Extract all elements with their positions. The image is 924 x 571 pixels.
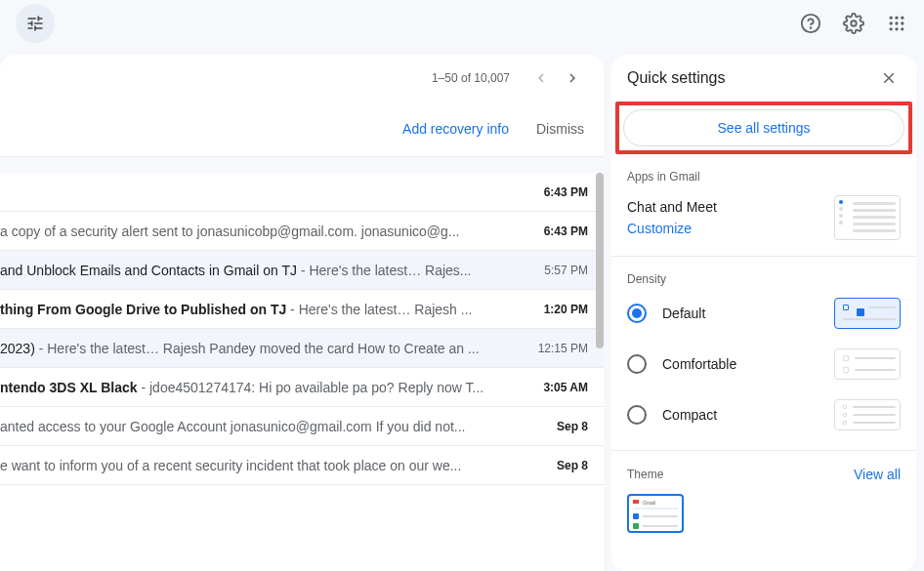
email-row[interactable]: 6:43 PM: [0, 173, 604, 212]
apps-section-title: Apps in Gmail: [627, 170, 901, 184]
email-row[interactable]: and Unblock Emails and Contacts in Gmail…: [0, 251, 604, 290]
close-button[interactable]: [877, 66, 901, 90]
next-page-button[interactable]: [557, 62, 588, 94]
email-snippet: anted access to your Google Account jona…: [0, 419, 465, 434]
quick-settings-title: Quick settings: [627, 69, 725, 87]
list-toolbar: 1–50 of 10,007: [0, 55, 604, 102]
theme-section: Theme View all Gmail: [611, 451, 916, 549]
scrollbar[interactable]: [596, 173, 604, 571]
density-section-title: Density: [627, 272, 901, 286]
email-date: Sep 8: [557, 420, 588, 433]
settings-button[interactable]: [834, 4, 873, 43]
svg-point-2: [851, 20, 857, 26]
recovery-banner: Add recovery info Dismiss: [0, 102, 604, 157]
highlighted-area: See all settings: [615, 102, 912, 154]
apps-thumbnail: [834, 195, 901, 240]
email-date: 6:43 PM: [544, 224, 588, 238]
theme-option[interactable]: Gmail: [627, 494, 684, 533]
apps-icon: [887, 14, 906, 33]
pagination-text: 1–50 of 10,007: [432, 71, 510, 85]
svg-point-8: [901, 21, 903, 24]
svg-point-1: [811, 27, 812, 28]
email-subject: 2023): [0, 341, 35, 356]
email-date: 3:05 AM: [543, 381, 588, 394]
email-date: Sep 8: [557, 459, 588, 472]
svg-point-7: [895, 21, 898, 24]
radio-default[interactable]: [627, 304, 647, 323]
help-button[interactable]: [791, 4, 830, 43]
email-content: a copy of a security alert sent to jonas…: [0, 224, 528, 239]
email-snippet: a copy of a security alert sent to jonas…: [0, 224, 459, 239]
theme-section-title: Theme: [627, 468, 663, 481]
tune-icon: [25, 14, 45, 33]
email-row[interactable]: 2023) - Here's the latest… Rajesh Pandey…: [0, 329, 604, 368]
help-icon: [800, 13, 821, 34]
radio-compact[interactable]: [627, 405, 647, 425]
email-row[interactable]: thing From Google Drive to Published on …: [0, 290, 604, 329]
chevron-right-icon: [564, 69, 581, 87]
density-default-label: Default: [662, 306, 705, 321]
email-subject: ntendo 3DS XL Black: [0, 380, 138, 395]
svg-point-6: [890, 21, 893, 24]
density-default[interactable]: Default: [627, 298, 901, 329]
customize-link[interactable]: Customize: [627, 221, 717, 236]
tune-search-button[interactable]: [16, 4, 55, 43]
chat-meet-label: Chat and Meet: [627, 199, 717, 215]
email-content: e want to inform you of a recent securit…: [0, 458, 541, 473]
email-snippet: - Here's the latest… Rajesh ...: [286, 302, 472, 317]
svg-point-4: [895, 17, 898, 20]
close-icon: [880, 69, 898, 87]
svg-point-9: [890, 27, 893, 30]
gear-icon: [843, 13, 864, 34]
svg-point-5: [901, 17, 903, 20]
apps-button[interactable]: [877, 4, 916, 43]
email-content: 2023) - Here's the latest… Rajesh Pandey…: [0, 341, 523, 356]
scrollbar-thumb[interactable]: [596, 173, 604, 348]
svg-point-3: [890, 17, 893, 20]
email-date: 1:20 PM: [544, 303, 588, 316]
email-date: 12:15 PM: [538, 342, 588, 355]
email-row[interactable]: e want to inform you of a recent securit…: [0, 446, 604, 485]
quick-settings-panel: Quick settings See all settings Apps in …: [611, 55, 916, 571]
email-snippet: - Here's the latest… Rajesh Pandey moved…: [35, 341, 480, 356]
email-row[interactable]: ntendo 3DS XL Black - jdoe4501274174: Hi…: [0, 368, 604, 407]
prev-page-button[interactable]: [525, 62, 557, 94]
email-snippet: e want to inform you of a recent securit…: [0, 458, 461, 473]
density-compact[interactable]: Compact: [627, 399, 901, 430]
density-compact-label: Compact: [662, 407, 717, 423]
add-recovery-link[interactable]: Add recovery info: [402, 121, 509, 137]
chevron-left-icon: [532, 69, 550, 87]
density-section: Density Default Comfortable: [611, 257, 916, 451]
radio-comfortable[interactable]: [627, 354, 647, 374]
apps-section: Apps in Gmail Chat and Meet Customize: [611, 154, 916, 257]
email-row[interactable]: anted access to your Google Account jona…: [0, 407, 604, 446]
email-content: ntendo 3DS XL Black - jdoe4501274174: Hi…: [0, 380, 527, 395]
email-content: thing From Google Drive to Published on …: [0, 302, 528, 317]
density-comfortable-thumb: [834, 348, 901, 380]
email-subject: and Unblock Emails and Contacts in Gmail…: [0, 263, 297, 278]
svg-point-11: [901, 27, 903, 30]
email-row[interactable]: a copy of a security alert sent to jonas…: [0, 212, 604, 251]
density-default-thumb: [834, 298, 901, 329]
email-snippet: - jdoe4501274174: Hi po available pa po?…: [138, 380, 484, 395]
svg-point-10: [895, 27, 898, 30]
see-all-settings-button[interactable]: See all settings: [623, 109, 904, 146]
email-content: and Unblock Emails and Contacts in Gmail…: [0, 263, 528, 278]
email-snippet: - Here's the latest… Rajes...: [297, 263, 472, 278]
dismiss-button[interactable]: Dismiss: [536, 121, 584, 137]
view-all-link[interactable]: View all: [854, 467, 901, 482]
email-content: anted access to your Google Account jona…: [0, 419, 541, 434]
email-list: 6:43 PMa copy of a security alert sent t…: [0, 173, 604, 571]
email-subject: thing From Google Drive to Published on …: [0, 302, 286, 317]
density-compact-thumb: [834, 399, 901, 430]
density-comfortable[interactable]: Comfortable: [627, 348, 901, 380]
density-comfortable-label: Comfortable: [662, 356, 736, 372]
email-date: 6:43 PM: [544, 185, 588, 199]
email-date: 5:57 PM: [544, 264, 588, 277]
